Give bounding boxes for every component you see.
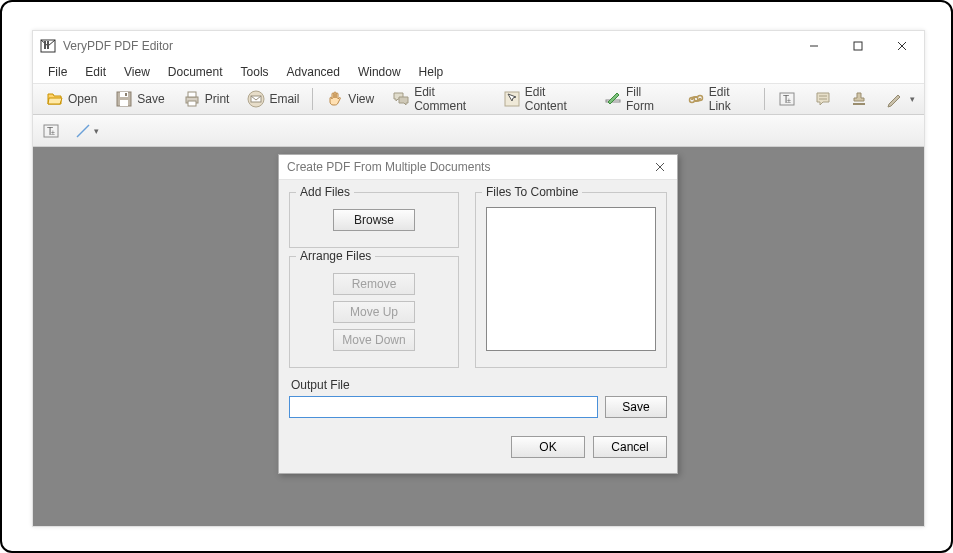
printer-icon [183,90,201,108]
print-label: Print [205,92,230,106]
stamp-icon [850,90,868,108]
svg-rect-10 [188,92,196,97]
menu-advanced[interactable]: Advanced [278,63,349,81]
menu-tools[interactable]: Tools [232,63,278,81]
edit-content-button[interactable]: Edit Content [494,81,595,117]
pen-form-icon [604,90,622,108]
text-box-icon: T± [778,90,796,108]
output-file-input[interactable] [289,396,598,418]
menu-window[interactable]: Window [349,63,410,81]
chevron-down-icon: ▾ [94,126,99,136]
move-down-button: Move Down [333,329,415,351]
add-files-group: Add Files Browse [289,192,459,248]
svg-rect-7 [120,100,128,106]
dialog-close-button[interactable] [643,155,677,180]
app-icon [39,37,57,55]
email-icon [247,90,265,108]
menubar: File Edit View Document Tools Advanced W… [33,61,924,83]
hand-icon [326,90,344,108]
note-icon [814,90,832,108]
files-to-combine-legend: Files To Combine [482,185,582,199]
edit-link-button[interactable]: Edit Link [678,81,760,117]
output-file-label: Output File [289,376,667,396]
menu-file[interactable]: File [39,63,76,81]
maximize-button[interactable] [836,31,880,61]
browse-button[interactable]: Browse [333,209,415,231]
ok-button[interactable]: OK [511,436,585,458]
edit-content-label: Edit Content [525,85,586,113]
remove-button: Remove [333,273,415,295]
text-icon: T± [42,122,60,140]
dialog-titlebar: Create PDF From Multiple Documents [279,155,677,180]
svg-line-27 [77,125,89,137]
text-tool[interactable]: T± [37,118,65,144]
open-folder-icon [46,90,64,108]
svg-rect-11 [188,101,196,106]
fill-form-label: Fill Form [626,85,669,113]
line-icon [74,122,92,140]
pencil-tool[interactable]: ▾ [877,86,924,112]
output-save-button[interactable]: Save [605,396,667,418]
open-button[interactable]: Open [37,86,106,112]
app-title: VeryPDF PDF Editor [63,39,173,53]
pencil-icon [886,90,904,108]
arrange-files-legend: Arrange Files [296,249,375,263]
menu-view[interactable]: View [115,63,159,81]
stamp-tool[interactable] [841,86,877,112]
open-label: Open [68,92,97,106]
files-to-combine-group: Files To Combine [475,192,667,368]
chevron-down-icon: ▾ [910,94,915,104]
svg-rect-2 [854,42,862,50]
dialog-title: Create PDF From Multiple Documents [287,160,490,174]
edit-comment-button[interactable]: Edit Comment [383,81,494,117]
minimize-button[interactable] [792,31,836,61]
save-button[interactable]: Save [106,86,173,112]
email-button[interactable]: Email [238,86,308,112]
menu-edit[interactable]: Edit [76,63,115,81]
view-label: View [348,92,374,106]
note-tool[interactable] [805,86,841,112]
edit-comment-label: Edit Comment [414,85,485,113]
app-window: VeryPDF PDF Editor File Edit View Docume… [32,30,925,527]
cursor-icon [503,90,521,108]
create-pdf-dialog: Create PDF From Multiple Documents Add F… [278,154,678,474]
floppy-disk-icon [115,90,133,108]
svg-rect-8 [125,93,127,96]
speech-bubbles-icon [392,90,410,108]
save-label: Save [137,92,164,106]
files-to-combine-list[interactable] [486,207,656,351]
arrange-files-group: Arrange Files Remove Move Up Move Down [289,256,459,368]
cancel-button[interactable]: Cancel [593,436,667,458]
email-label: Email [269,92,299,106]
line-tool[interactable]: ▾ [69,118,104,144]
svg-text:±: ± [787,97,791,104]
svg-rect-23 [853,103,865,105]
close-icon [655,162,665,172]
move-up-button: Move Up [333,301,415,323]
svg-text:±: ± [51,129,55,136]
view-button[interactable]: View [317,86,383,112]
fill-form-button[interactable]: Fill Form [595,81,678,117]
print-button[interactable]: Print [174,86,239,112]
link-icon [687,90,705,108]
edit-link-label: Edit Link [709,85,751,113]
toolbar-separator [312,88,313,110]
main-toolbar: Open Save Print Email View Edit Comment … [33,83,924,115]
titlebar: VeryPDF PDF Editor [33,31,924,61]
menu-document[interactable]: Document [159,63,232,81]
close-button[interactable] [880,31,924,61]
menu-help[interactable]: Help [410,63,453,81]
secondary-toolbar: T± ▾ [33,115,924,147]
add-files-legend: Add Files [296,185,354,199]
text-box-tool[interactable]: T± [769,86,805,112]
toolbar-separator [764,88,765,110]
